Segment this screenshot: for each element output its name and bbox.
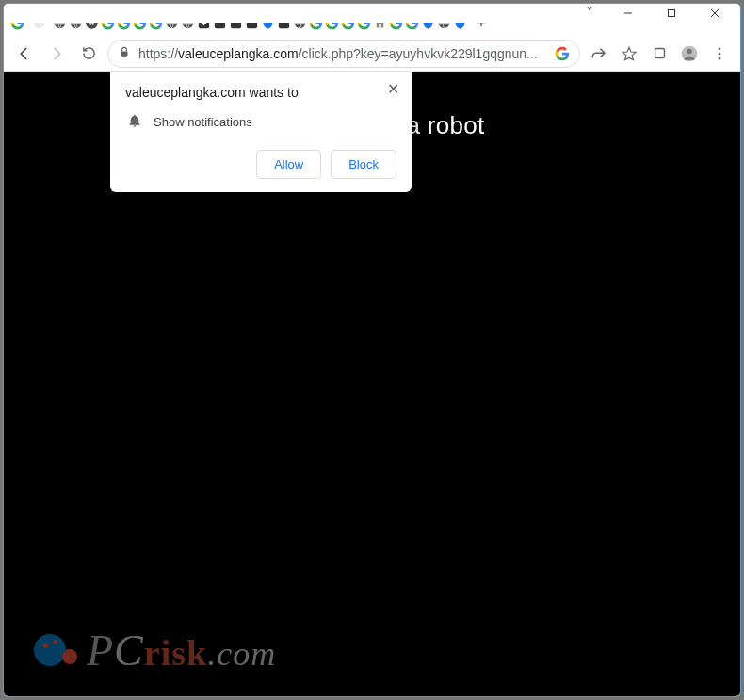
svg-rect-15 xyxy=(669,10,675,17)
blank-active xyxy=(31,15,46,30)
svg-point-23 xyxy=(719,52,721,55)
globe-icon xyxy=(437,15,452,30)
browser-tab[interactable] xyxy=(196,9,212,36)
browser-tab[interactable] xyxy=(340,9,356,36)
svg-rect-19 xyxy=(655,49,664,58)
lock-icon xyxy=(118,45,131,61)
browser-tab[interactable] xyxy=(292,9,308,36)
profile-avatar-button[interactable] xyxy=(676,41,703,67)
svg-rect-18 xyxy=(121,51,128,56)
browser-tab[interactable] xyxy=(260,9,276,36)
svg-rect-0 xyxy=(33,17,43,27)
browser-tab[interactable] xyxy=(68,9,84,36)
browser-tab[interactable] xyxy=(324,9,340,36)
block-button[interactable]: Block xyxy=(331,150,396,179)
new-tab-button[interactable]: + xyxy=(468,9,494,36)
window-minimize-button[interactable] xyxy=(607,4,650,23)
address-bar[interactable]: https://valeuceplangka.com/click.php?key… xyxy=(107,40,580,68)
google-icon xyxy=(341,15,356,30)
wordpress-icon: W xyxy=(85,15,100,30)
shield-icon xyxy=(453,15,468,30)
dialog-close-button[interactable]: ✕ xyxy=(383,79,402,98)
search-engine-icon[interactable] xyxy=(555,46,570,61)
google-icon xyxy=(309,15,324,30)
square-icon xyxy=(245,15,260,30)
nav-reload-button[interactable] xyxy=(75,41,102,67)
bell-icon xyxy=(127,113,142,131)
google-icon xyxy=(405,15,420,30)
google-icon xyxy=(133,15,148,30)
browser-tab[interactable] xyxy=(180,9,196,36)
dialog-permission-label: Show notifications xyxy=(154,115,252,129)
browser-window: W+ ˅ xyxy=(3,3,741,697)
globe-icon xyxy=(181,15,196,30)
svg-point-24 xyxy=(719,57,721,59)
svg-point-21 xyxy=(687,48,692,54)
google-icon xyxy=(357,15,372,30)
watermark-bug-icon xyxy=(32,627,81,676)
browser-tab[interactable] xyxy=(452,9,468,36)
browser-tab[interactable] xyxy=(52,9,68,36)
browser-tab[interactable] xyxy=(308,9,324,36)
bookmark-star-button[interactable] xyxy=(616,41,642,67)
watermark-logo: PCrisk.com xyxy=(32,626,276,676)
dialog-title: valeuceplangka.com wants to xyxy=(125,85,396,100)
browser-tab[interactable] xyxy=(436,9,452,36)
browser-tab[interactable] xyxy=(116,9,132,36)
svg-text:W: W xyxy=(89,19,96,27)
kebab-menu-button[interactable] xyxy=(706,41,733,67)
browser-tab[interactable] xyxy=(9,9,25,36)
extensions-button[interactable] xyxy=(646,41,672,67)
share-button[interactable] xyxy=(586,41,612,67)
globe-icon xyxy=(53,15,68,30)
allow-button[interactable]: Allow xyxy=(256,150,321,179)
browser-tab[interactable] xyxy=(372,9,388,36)
google-icon xyxy=(389,15,404,30)
globe-icon xyxy=(293,15,308,30)
google-icon xyxy=(149,15,164,30)
nav-back-button[interactable] xyxy=(11,41,38,67)
page-content: t you are not a robot ✕ valeuceplangka.c… xyxy=(4,72,740,696)
address-bar-url: https://valeuceplangka.com/click.php?key… xyxy=(138,46,547,61)
notification-permission-dialog: ✕ valeuceplangka.com wants to Show notif… xyxy=(110,72,412,192)
browser-tab[interactable] xyxy=(388,9,404,36)
svg-rect-9 xyxy=(231,17,241,27)
square-icon xyxy=(229,15,244,30)
browser-tab[interactable] xyxy=(148,9,164,36)
globe-icon xyxy=(69,15,84,30)
window-maximize-button[interactable] xyxy=(650,4,693,23)
square-icon xyxy=(213,15,228,30)
square-icon xyxy=(277,15,292,30)
svg-rect-8 xyxy=(215,17,225,27)
browser-tab[interactable] xyxy=(132,9,148,36)
shield-icon xyxy=(261,15,276,30)
tab-overflow-chevron-icon[interactable]: ˅ xyxy=(586,5,593,23)
browser-tab[interactable] xyxy=(212,9,228,36)
svg-rect-10 xyxy=(247,17,257,27)
nav-forward-button[interactable] xyxy=(43,41,70,67)
browser-tab[interactable] xyxy=(228,9,244,36)
browser-tab[interactable] xyxy=(244,9,260,36)
dialog-permission-row: Show notifications xyxy=(127,113,396,131)
browser-tab[interactable] xyxy=(164,9,180,36)
google-icon xyxy=(117,15,132,30)
window-close-button[interactable] xyxy=(693,4,736,23)
google-icon xyxy=(325,15,340,30)
browser-tab[interactable] xyxy=(404,9,420,36)
browser-tab[interactable]: W xyxy=(84,9,100,36)
browser-tab[interactable] xyxy=(100,9,116,36)
svg-rect-11 xyxy=(279,17,289,27)
google-icon xyxy=(101,15,116,30)
browser-toolbar: https://valeuceplangka.com/click.php?key… xyxy=(4,36,740,72)
globe-icon xyxy=(165,15,180,30)
svg-point-22 xyxy=(719,47,721,50)
browser-tab[interactable] xyxy=(420,9,436,36)
shield-icon xyxy=(421,15,436,30)
browser-tab[interactable] xyxy=(276,9,292,36)
watermark-text: PCrisk.com xyxy=(87,626,276,676)
google-icon xyxy=(10,15,25,30)
sparkle-icon xyxy=(197,15,212,30)
browser-tab[interactable] xyxy=(25,9,52,36)
home-icon xyxy=(373,15,388,30)
browser-tab[interactable] xyxy=(356,9,372,36)
